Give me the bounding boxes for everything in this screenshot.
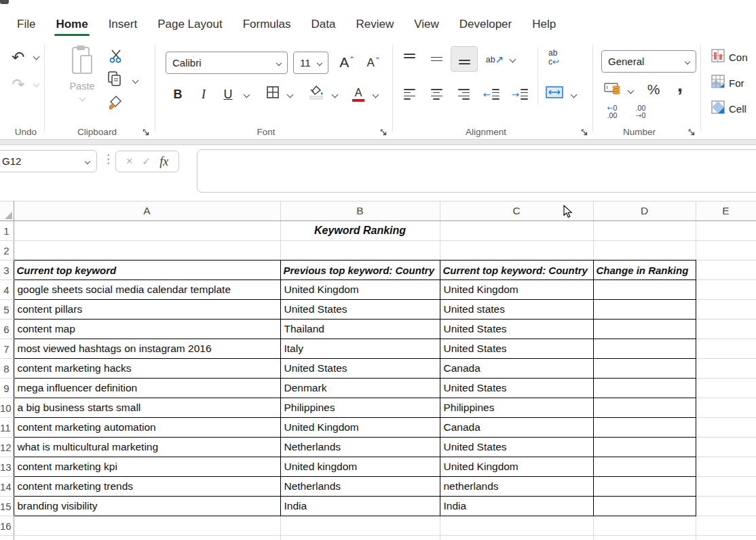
cell-E11[interactable] bbox=[696, 418, 756, 438]
cell-B14[interactable]: Netherlands bbox=[280, 477, 440, 497]
cell-D9[interactable] bbox=[593, 379, 696, 398]
cell-C6[interactable]: United States bbox=[440, 320, 593, 339]
cell-A2[interactable] bbox=[14, 241, 280, 261]
menu-tab-home[interactable]: Home bbox=[45, 15, 98, 37]
borders-button[interactable] bbox=[265, 85, 281, 102]
row-header-6[interactable]: 6 bbox=[0, 320, 14, 339]
cell-B3[interactable]: Previous top keyword: Country bbox=[280, 261, 440, 280]
fill-color-button[interactable] bbox=[307, 83, 326, 103]
cell-B10[interactable]: Philippines bbox=[280, 398, 440, 418]
bold-button[interactable]: B bbox=[168, 84, 187, 104]
cell-E16[interactable] bbox=[696, 516, 756, 536]
cell-A16[interactable] bbox=[14, 516, 280, 536]
cell-E2[interactable] bbox=[696, 241, 756, 261]
bottom-align-button[interactable] bbox=[453, 49, 476, 69]
cell-C7[interactable]: United States bbox=[440, 339, 593, 359]
undo-button[interactable]: ↶ bbox=[7, 46, 30, 68]
increase-font-size-button[interactable]: A ˆ bbox=[335, 52, 358, 73]
cell-E5[interactable] bbox=[696, 300, 756, 320]
cell-A1[interactable] bbox=[14, 221, 280, 241]
row-header-12[interactable]: 12 bbox=[0, 438, 14, 457]
cell-E9[interactable] bbox=[696, 379, 756, 398]
alignment-dialog-launcher[interactable] bbox=[581, 127, 588, 134]
cell-B15[interactable]: India bbox=[280, 497, 440, 516]
font-color-dropdown-chevron-icon[interactable] bbox=[373, 92, 379, 98]
font-color-button[interactable]: A bbox=[349, 84, 368, 104]
cell-D5[interactable] bbox=[593, 300, 696, 320]
cell-B2[interactable] bbox=[280, 241, 440, 261]
cell-D10[interactable] bbox=[593, 398, 696, 418]
col-header-C[interactable]: C bbox=[440, 201, 593, 221]
cell-D3[interactable]: Change in Ranking bbox=[593, 261, 696, 280]
number-dialog-launcher[interactable] bbox=[688, 127, 696, 134]
cell-C3[interactable]: Current top keyword: Country bbox=[440, 261, 593, 280]
menu-tab-formulas[interactable]: Formulas bbox=[233, 15, 301, 37]
cell-D14[interactable] bbox=[593, 477, 696, 497]
format-as-table-button[interactable]: For bbox=[711, 75, 744, 91]
cell-D11[interactable] bbox=[593, 418, 696, 438]
cell-D12[interactable] bbox=[593, 438, 696, 457]
font-size-combobox[interactable]: 11 bbox=[293, 52, 328, 74]
underline-button[interactable]: U bbox=[219, 84, 238, 104]
cell-D6[interactable] bbox=[593, 320, 696, 339]
orientation-button[interactable]: ab ↗ bbox=[483, 50, 506, 69]
cell-C9[interactable]: United States bbox=[440, 379, 593, 398]
cell-A8[interactable]: content marketing hacks bbox=[14, 359, 280, 379]
cell-D15[interactable] bbox=[593, 497, 696, 516]
cell-B4[interactable]: United Kingdom bbox=[280, 280, 440, 300]
cell-A6[interactable]: content map bbox=[14, 320, 280, 339]
cell-A11[interactable]: content marketing automation bbox=[14, 418, 280, 438]
cell-D7[interactable] bbox=[593, 339, 696, 359]
cell-B17[interactable] bbox=[280, 536, 440, 540]
cell-A12[interactable]: what is multicultural marketing bbox=[14, 438, 280, 457]
cell-D13[interactable] bbox=[593, 457, 696, 477]
select-all-corner[interactable] bbox=[0, 201, 14, 221]
cell-C5[interactable]: United states bbox=[440, 300, 593, 320]
merge-center-dropdown-chevron-icon[interactable] bbox=[571, 92, 578, 98]
cell-E15[interactable] bbox=[696, 497, 756, 516]
cell-C14[interactable]: netherlands bbox=[440, 477, 593, 497]
cell-E7[interactable] bbox=[696, 339, 756, 359]
wrap-text-button[interactable]: ab c↩ bbox=[548, 49, 559, 66]
row-header-15[interactable]: 15 bbox=[0, 497, 14, 516]
accounting-format-button[interactable] bbox=[603, 81, 623, 99]
row-header-4[interactable]: 4 bbox=[0, 280, 14, 300]
font-name-combobox[interactable]: Calibri bbox=[166, 52, 288, 74]
cell-E3[interactable] bbox=[696, 261, 756, 280]
col-header-B[interactable]: B bbox=[280, 201, 440, 221]
merge-center-button[interactable] bbox=[544, 85, 565, 102]
row-header-14[interactable]: 14 bbox=[0, 477, 14, 497]
cell-A5[interactable]: content pillars bbox=[14, 300, 280, 320]
decrease-indent-button[interactable]: ← bbox=[479, 84, 504, 104]
cell-C12[interactable]: United States bbox=[440, 438, 593, 457]
cell-C1[interactable] bbox=[440, 221, 593, 241]
accounting-dropdown-chevron-icon[interactable] bbox=[628, 88, 635, 94]
cell-B12[interactable]: Netherlands bbox=[280, 438, 440, 457]
row-header-5[interactable]: 5 bbox=[0, 300, 14, 320]
cell-A4[interactable]: google sheets social media calendar temp… bbox=[14, 280, 280, 300]
font-dialog-launcher[interactable] bbox=[380, 127, 388, 134]
menu-tab-developer[interactable]: Developer bbox=[449, 15, 523, 37]
formula-bar-grip-dots-icon[interactable]: ⋮ bbox=[102, 152, 114, 166]
number-format-combobox[interactable]: General bbox=[601, 50, 696, 73]
row-header-2[interactable]: 2 bbox=[0, 241, 14, 261]
cell-A7[interactable]: most viewed hashtags on instagram 2016 bbox=[14, 339, 280, 359]
cell-D1[interactable] bbox=[593, 221, 696, 241]
row-header-16[interactable]: 16 bbox=[0, 516, 14, 536]
cell-A15[interactable]: branding visibility bbox=[14, 497, 280, 516]
menu-tab-view[interactable]: View bbox=[404, 15, 449, 37]
top-align-button[interactable] bbox=[398, 49, 421, 69]
cell-C11[interactable]: Canada bbox=[440, 418, 593, 438]
cell-D2[interactable] bbox=[593, 241, 696, 261]
cell-E14[interactable] bbox=[696, 477, 756, 497]
cell-E13[interactable] bbox=[696, 457, 756, 477]
cell-A13[interactable]: content marketing kpi bbox=[14, 457, 280, 477]
cell-A17[interactable] bbox=[14, 536, 280, 540]
increase-decimal-button[interactable]: ←0 .00 bbox=[600, 104, 624, 119]
cell-B13[interactable]: United kingdom bbox=[280, 457, 440, 477]
menu-tab-review[interactable]: Review bbox=[345, 15, 404, 37]
row-header-13[interactable]: 13 bbox=[0, 457, 14, 477]
clipboard-dialog-launcher[interactable] bbox=[143, 127, 150, 134]
middle-align-button[interactable] bbox=[425, 49, 448, 69]
italic-button[interactable]: I bbox=[194, 84, 213, 104]
